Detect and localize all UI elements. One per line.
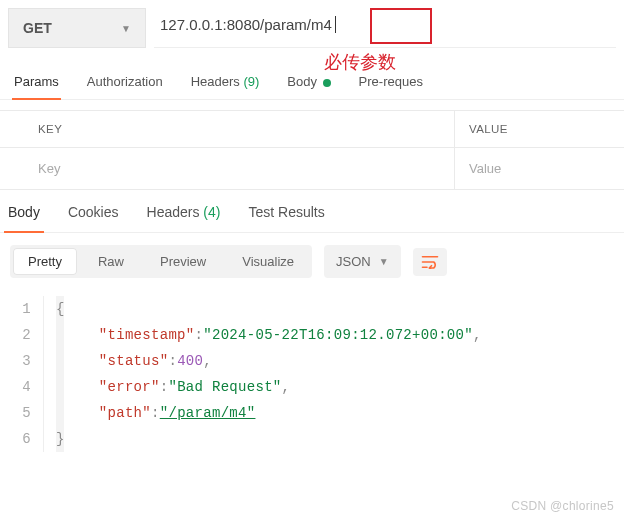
view-mode-raw[interactable]: Raw xyxy=(80,245,142,278)
json-key: "timestamp" xyxy=(99,322,195,348)
text-cursor xyxy=(331,16,336,33)
json-value: "/param/m4" xyxy=(160,400,256,426)
json-key: "path" xyxy=(99,400,151,426)
resp-tab-body[interactable]: Body xyxy=(4,204,44,232)
tab-headers[interactable]: Headers (9) xyxy=(191,74,260,99)
column-header-value: VALUE xyxy=(454,111,624,147)
json-key: "status" xyxy=(99,348,169,374)
param-value-input[interactable]: Value xyxy=(454,148,624,189)
json-value: 400 xyxy=(177,348,203,374)
resp-tab-headers[interactable]: Headers (4) xyxy=(143,204,225,232)
params-table-row: Key Value xyxy=(0,148,624,190)
dot-icon xyxy=(323,79,331,87)
view-mode-visualize[interactable]: Visualize xyxy=(224,245,312,278)
chevron-down-icon: ▼ xyxy=(379,256,389,267)
tab-prerequest[interactable]: Pre-reques xyxy=(359,74,423,99)
params-table-header: KEY VALUE xyxy=(0,110,624,148)
json-value: "2024-05-22T16:09:12.072+00:00" xyxy=(203,322,473,348)
view-mode-pretty[interactable]: Pretty xyxy=(13,248,77,275)
response-tabs: Body Cookies Headers (4) Test Results xyxy=(0,190,624,233)
response-lang-select[interactable]: JSON ▼ xyxy=(324,245,401,278)
url-text-prefix: 127.0.0.1:8080/param/ xyxy=(160,16,311,33)
tab-body[interactable]: Body xyxy=(287,74,330,99)
request-tabs: Params Authorization Headers (9) Body Pr… xyxy=(0,56,624,100)
column-header-key: KEY xyxy=(0,111,454,147)
resp-tab-test-results[interactable]: Test Results xyxy=(244,204,328,232)
json-key: "error" xyxy=(99,374,160,400)
response-body-viewer[interactable]: 1{ 2 "timestamp": "2024-05-22T16:09:12.0… xyxy=(0,290,624,472)
resp-tab-cookies[interactable]: Cookies xyxy=(64,204,123,232)
tab-authorization[interactable]: Authorization xyxy=(87,74,163,99)
response-toolbar: Pretty Raw Preview Visualize JSON ▼ xyxy=(0,233,624,290)
view-mode-group: Pretty Raw Preview Visualize xyxy=(10,245,312,278)
tab-params[interactable]: Params xyxy=(14,74,59,99)
url-text-highlight: m4 xyxy=(311,16,332,33)
annotation-label: 必传参数 xyxy=(324,50,396,74)
watermark: CSDN @chlorine5 xyxy=(511,499,614,513)
view-mode-preview[interactable]: Preview xyxy=(142,245,224,278)
wrap-lines-button[interactable] xyxy=(413,248,447,276)
chevron-down-icon: ▼ xyxy=(121,23,131,34)
url-input[interactable]: 127.0.0.1:8080/param/m4 xyxy=(154,8,616,48)
http-method-label: GET xyxy=(23,20,52,36)
json-value: "Bad Request" xyxy=(168,374,281,400)
http-method-select[interactable]: GET ▼ xyxy=(8,8,146,48)
param-key-input[interactable]: Key xyxy=(0,148,454,189)
wrap-icon xyxy=(421,255,439,269)
